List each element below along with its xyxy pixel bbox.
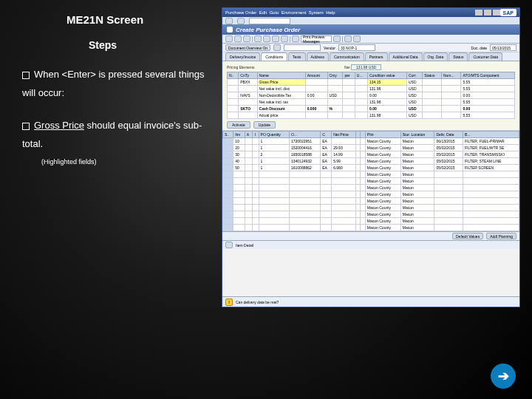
back-icon[interactable] bbox=[225, 18, 233, 24]
toolbar-button[interactable] bbox=[272, 35, 279, 42]
toolbar-button[interactable] bbox=[263, 35, 270, 42]
cond-col-header: U... bbox=[355, 72, 367, 79]
cond-col-header: per bbox=[343, 72, 355, 79]
po-type-field[interactable] bbox=[284, 44, 321, 51]
tab-customer-data[interactable]: Customer Data bbox=[468, 52, 502, 61]
doc-overview-button[interactable]: Document Overview On bbox=[225, 44, 270, 51]
conditions-pane: Pricing Elements Net 131.98 USD N..CnTyN… bbox=[222, 61, 519, 131]
cond-row[interactable]: NAVSNon-Deductible Tax0.00USD0.00USD0.00 bbox=[228, 92, 515, 99]
cond-row[interactable]: SKTOCash Discount0.000%0.00USD0.00 bbox=[228, 106, 515, 112]
menu-item[interactable]: Goto bbox=[269, 10, 279, 15]
item-row-empty[interactable]: Macon CountyMacon bbox=[223, 185, 519, 191]
close-icon[interactable] bbox=[493, 10, 500, 16]
tab-partners[interactable]: Partners bbox=[365, 52, 388, 61]
toolbar-button[interactable] bbox=[353, 35, 361, 42]
item-row[interactable]: 4011340124932EA5.99Macon CountyMacon05/0… bbox=[223, 158, 519, 165]
item-row-empty[interactable]: Macon CountyMacon bbox=[223, 218, 519, 225]
menu-item[interactable]: Help bbox=[326, 10, 335, 15]
vendor-label: Vendor bbox=[324, 46, 335, 50]
tab-address[interactable]: Address bbox=[307, 52, 329, 61]
item-row-empty[interactable]: Macon CountyMacon bbox=[223, 191, 519, 198]
bullet-1: When <Enter> is pressed several things w… bbox=[22, 66, 214, 102]
item-col-header: S.. bbox=[223, 132, 233, 138]
cond-col-header: ATO/MTS Component bbox=[461, 72, 515, 79]
steps-heading: Steps bbox=[89, 39, 214, 51]
command-field[interactable] bbox=[249, 18, 290, 24]
menu-item[interactable]: Edit bbox=[259, 10, 267, 15]
menu-item[interactable]: Purchase Order bbox=[225, 10, 256, 15]
toolbar-button[interactable] bbox=[234, 35, 242, 42]
activate-button[interactable]: Activate bbox=[227, 121, 250, 129]
cond-row[interactable]: Net value incl. tax131.98USD5.55 bbox=[228, 99, 515, 106]
document-overview-row: Document Overview On Vendor 33 NOP-1 Doc… bbox=[222, 44, 519, 52]
menu-item[interactable]: Environment bbox=[282, 10, 307, 15]
sap-top-toolbar bbox=[222, 17, 519, 24]
item-row-empty[interactable]: Macon CountyMacon bbox=[223, 171, 519, 178]
items-pane: S..ItmAIPO QuantityO...CNet PricePIntSto… bbox=[222, 131, 519, 249]
cond-col-header: Crcy bbox=[327, 72, 343, 79]
item-col-header: Deliv. Date bbox=[434, 132, 463, 138]
toolbar-button[interactable] bbox=[225, 35, 233, 42]
expand-icon[interactable] bbox=[225, 242, 233, 248]
tab-communication[interactable]: Communication bbox=[330, 52, 364, 61]
cond-row[interactable]: Net value incl. disc131.98USD5.55 bbox=[228, 86, 515, 92]
cond-row[interactable]: Actual price131.98USD5.55 bbox=[228, 112, 515, 119]
toolbar-button[interactable] bbox=[273, 44, 281, 51]
item-col-header: Net Price bbox=[332, 132, 356, 138]
header-tabstrip: Delivery/Invoice Conditions Texts Addres… bbox=[222, 52, 519, 61]
bullet-square-icon bbox=[22, 123, 30, 130]
pricing-elements-label: Pricing Elements bbox=[227, 65, 255, 69]
update-button[interactable]: Update bbox=[253, 121, 276, 129]
save-icon[interactable] bbox=[237, 18, 245, 24]
cond-col-header: Amount bbox=[305, 72, 327, 79]
toolbar-button[interactable] bbox=[243, 35, 250, 42]
menu-item[interactable]: System bbox=[309, 10, 324, 15]
cond-col-header: Curr. bbox=[406, 72, 422, 79]
item-row-empty[interactable]: Macon CountyMacon bbox=[223, 211, 519, 218]
cond-row[interactable]: PBXXGross Price134.15USD5.55 bbox=[228, 79, 515, 86]
item-row-empty[interactable]: Macon CountyMacon bbox=[223, 178, 519, 185]
doc-icon bbox=[227, 27, 233, 33]
cond-col-header: Status bbox=[423, 72, 442, 79]
slide-title: ME21N Screen bbox=[66, 13, 214, 26]
next-slide-button[interactable]: ➔ bbox=[491, 364, 516, 389]
item-row[interactable]: 5011610088862EA6.980Macon CountyMacon05/… bbox=[223, 165, 519, 171]
item-col-header: I bbox=[253, 132, 259, 138]
highlighted-note: (Highlighted fields) bbox=[41, 158, 214, 166]
items-table: S..ItmAIPO QuantityO...CNet PricePIntSto… bbox=[222, 131, 519, 231]
item-row-empty[interactable]: Macon CountyMacon bbox=[223, 205, 519, 211]
doc-date-field[interactable]: 05/13/2015 bbox=[490, 44, 516, 51]
toolbar-button[interactable] bbox=[292, 35, 299, 42]
maximize-icon[interactable] bbox=[484, 10, 491, 16]
toolbar-button[interactable] bbox=[344, 35, 352, 42]
toolbar-button[interactable] bbox=[333, 35, 341, 42]
tab-additional-data[interactable]: Additional Data bbox=[389, 52, 423, 61]
addl-planning-button[interactable]: Addl Planning bbox=[486, 233, 516, 239]
warning-icon: ! bbox=[225, 299, 233, 306]
item-col-header: A bbox=[245, 132, 253, 138]
net-value: 131.98 USD bbox=[351, 64, 381, 70]
default-values-button[interactable]: Default Values bbox=[452, 233, 483, 239]
toolbar-button[interactable] bbox=[281, 35, 288, 42]
tab-status[interactable]: Status bbox=[449, 52, 468, 61]
toolbar-button[interactable] bbox=[254, 35, 262, 42]
item-col-header: Itm bbox=[233, 132, 245, 138]
tab-conditions[interactable]: Conditions bbox=[261, 52, 287, 61]
item-col-header: C bbox=[321, 132, 332, 138]
item-detail-bar: Default Values Addl Planning bbox=[222, 231, 519, 240]
conditions-table: N..CnTyNameAmountCrcyperU...Condition va… bbox=[227, 72, 515, 119]
tab-texts[interactable]: Texts bbox=[288, 52, 306, 61]
cond-col-header: Condition value bbox=[367, 72, 406, 79]
vendor-field[interactable]: 33 NOP-1 bbox=[338, 44, 375, 51]
tab-delivery-invoice[interactable]: Delivery/Invoice bbox=[225, 52, 260, 61]
app-toolbar: Print Preview Messages bbox=[222, 35, 519, 44]
item-row-empty[interactable]: Macon CountyMacon bbox=[223, 198, 519, 205]
item-row-empty[interactable]: Macon CountyMacon bbox=[223, 225, 519, 231]
minimize-icon[interactable] bbox=[475, 10, 482, 16]
sap-window: Purchase Order Edit Goto Environment Sys… bbox=[222, 7, 520, 307]
item-row[interactable]: 3021650018588EA14.99Macon CountyMacon05/… bbox=[223, 151, 519, 158]
cond-col-header: N.. bbox=[228, 72, 239, 79]
tab-org-data[interactable]: Org. Data bbox=[423, 52, 449, 61]
item-row[interactable]: 2011520004416EA29.93Macon CountyMacon05/… bbox=[223, 145, 519, 151]
item-row[interactable]: 1011720022951EAMacon CountyMacon06/13/20… bbox=[223, 138, 519, 145]
